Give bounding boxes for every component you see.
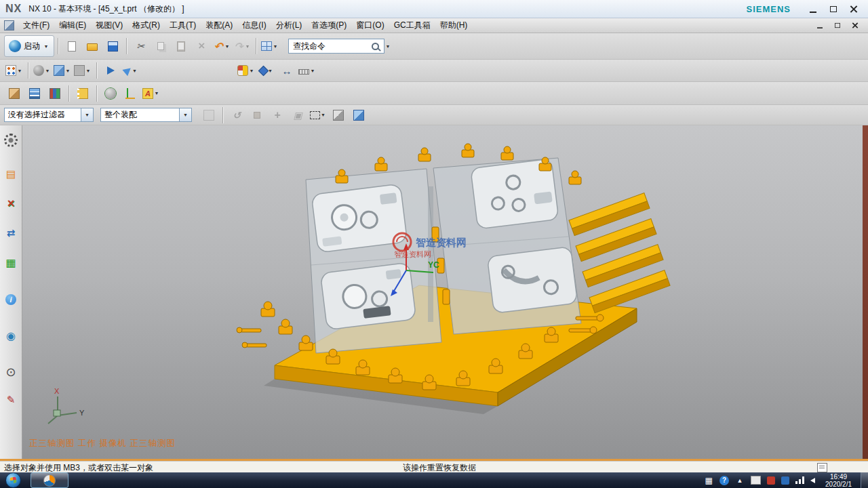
move-component-button[interactable] [4,84,24,103]
frame-select-button[interactable] [288,106,308,125]
wcs-button[interactable] [121,84,141,103]
layer-settings-button[interactable] [24,84,45,103]
add-selection-button[interactable] [267,106,288,125]
notebook-button[interactable] [73,84,93,103]
visualization-tab[interactable] [2,392,20,408]
orbit-view-button[interactable] [100,84,121,103]
minimize-button[interactable] [808,5,818,14]
history-tab[interactable] [2,327,20,344]
close-button[interactable] [849,5,859,14]
datum-axis-button[interactable] [121,61,141,80]
measure-button[interactable] [297,61,317,80]
combo-dropdown-button[interactable] [81,108,93,121]
snap-grid-button[interactable] [4,61,24,80]
menu-tools[interactable]: 工具(T) [165,18,201,33]
cut-button[interactable] [130,37,151,56]
chevron-down-icon[interactable] [384,44,391,49]
taskbar-nx-app-button[interactable] [31,472,68,488]
status-clipboard-icon[interactable] [817,463,827,472]
tray-help-icon[interactable] [719,476,729,485]
show-desktop-button[interactable] [861,472,868,488]
reuse-library-button[interactable] [45,84,65,103]
menu-analysis[interactable]: 分析(L) [271,18,307,33]
taskbar-clock[interactable]: 16:49 2020/2/1 [825,473,852,488]
part-navigator-tab[interactable] [2,254,20,270]
menu-edit[interactable]: 编辑(E) [54,18,91,33]
tray-security-icon[interactable] [767,476,775,485]
annotation-button[interactable] [141,84,161,103]
start-menu-button[interactable]: 启动 [4,35,54,57]
tray-show-hidden-icon[interactable] [735,476,745,485]
highlight-add-button[interactable] [247,106,267,125]
tray-app-icon[interactable] [781,476,789,485]
menu-view[interactable]: 视图(V) [91,18,127,33]
menu-format[interactable]: 格式(R) [127,18,165,33]
search-icon[interactable] [372,43,379,50]
chevron-down-icon[interactable] [248,68,255,73]
document-icon[interactable] [4,20,14,30]
menu-assemblies[interactable]: 装配(A) [201,18,237,33]
chevron-down-icon[interactable] [309,68,316,73]
view-orient-button[interactable] [52,61,73,80]
menu-help[interactable]: 帮助(H) [435,18,473,33]
save-button[interactable] [102,37,123,56]
undo-button[interactable] [212,37,232,56]
tray-volume-icon[interactable] [810,478,815,483]
clock-icon[interactable] [2,364,20,380]
open-button[interactable] [82,37,102,56]
utility-tools-button[interactable] [236,61,256,80]
datum-plane-button[interactable] [100,61,121,80]
chevron-down-icon[interactable] [64,68,71,73]
show-hidden-button[interactable] [328,106,349,125]
chevron-down-icon[interactable] [272,44,279,49]
chevron-down-icon[interactable] [224,44,231,49]
paste-button[interactable] [171,37,191,56]
doc-restore-button[interactable] [833,22,841,28]
menu-preferences[interactable]: 首选项(P) [307,18,351,33]
assembly-navigator-tab[interactable] [2,195,20,211]
dimension-button[interactable] [277,61,297,80]
chevron-down-icon[interactable] [16,68,23,73]
graphics-viewport[interactable]: YC 智造资料网 智造资料网 X Y 正三轴测图 工作 摄像机 正三轴测图 [22,125,863,459]
command-finder[interactable] [288,39,384,54]
tray-network-icon[interactable] [795,476,804,484]
web-browser-tab[interactable] [2,291,20,308]
doc-close-button[interactable] [851,22,859,28]
start-button[interactable] [5,472,21,488]
chevron-down-icon[interactable] [85,68,92,73]
menu-gc-toolbox[interactable]: GC工具箱 [389,18,435,33]
blue-cube-icon [353,110,364,121]
render-style-button[interactable] [73,61,93,80]
roles-tab[interactable] [2,166,20,182]
new-file-button[interactable] [62,37,82,56]
copy-button[interactable] [151,37,171,56]
menu-window[interactable]: 窗口(O) [351,18,389,33]
rectangle-select-button[interactable] [308,106,328,125]
chevron-down-icon[interactable] [320,113,327,117]
combo-dropdown-button[interactable] [179,108,191,121]
reset-highlight-button[interactable] [226,106,247,125]
tray-grid-icon[interactable] [704,476,713,485]
menu-information[interactable]: 信息(I) [237,18,271,33]
restore-button[interactable] [829,5,838,14]
assembly-toolbar [0,82,868,105]
delete-button[interactable] [191,37,212,56]
tray-language-icon[interactable] [751,476,761,485]
chevron-down-icon[interactable] [44,68,51,73]
menu-file[interactable]: 文件(F) [18,18,54,33]
shaded-view-button[interactable] [32,61,52,80]
snap-point-button[interactable] [256,61,277,80]
chevron-down-icon[interactable] [153,91,160,96]
command-finder-input[interactable] [292,41,369,52]
doc-minimize-button[interactable] [816,22,823,28]
sphere-icon [33,65,44,76]
window-layout-button[interactable] [260,37,280,56]
select-in-scope-button[interactable] [199,106,219,125]
assembly-select-button[interactable] [349,106,369,125]
resource-gear-button[interactable] [2,132,20,148]
selection-scope-combobox[interactable]: 整个装配 [100,108,192,122]
selection-filter-combobox[interactable]: 没有选择过滤器 [4,108,94,122]
redo-button[interactable] [232,37,252,56]
constraint-navigator-tab[interactable] [2,225,20,241]
chevron-down-icon[interactable] [244,44,251,49]
